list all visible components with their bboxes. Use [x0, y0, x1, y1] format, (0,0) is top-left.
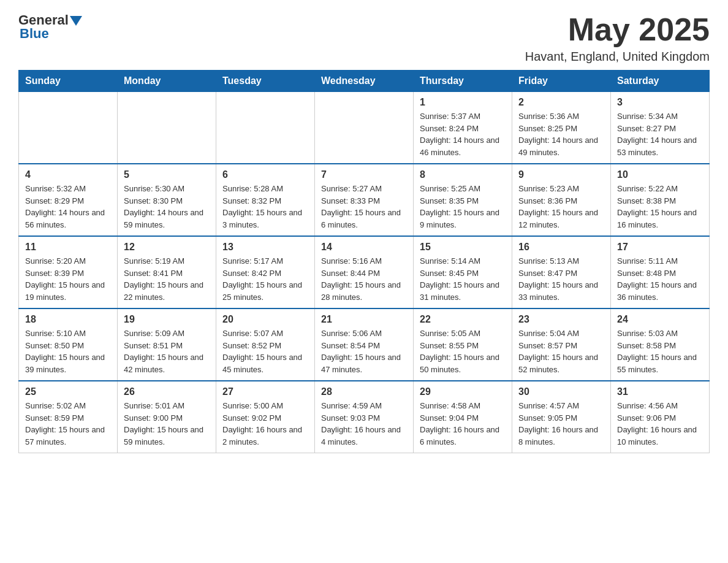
day-number: 25 [25, 386, 111, 397]
day-number: 1 [420, 97, 506, 108]
calendar-table: SundayMondayTuesdayWednesdayThursdayFrid… [18, 70, 710, 453]
day-info: Sunrise: 5:28 AMSunset: 8:32 PMDaylight:… [222, 183, 308, 231]
calendar-day-cell: 10Sunrise: 5:22 AMSunset: 8:38 PMDayligh… [611, 164, 710, 236]
day-info: Sunrise: 5:20 AMSunset: 8:39 PMDaylight:… [25, 255, 111, 303]
calendar-day-cell: 13Sunrise: 5:17 AMSunset: 8:42 PMDayligh… [216, 236, 315, 308]
calendar-day-cell: 26Sunrise: 5:01 AMSunset: 9:00 PMDayligh… [118, 381, 216, 453]
day-info: Sunrise: 5:16 AMSunset: 8:44 PMDaylight:… [321, 255, 407, 303]
day-number: 31 [617, 386, 703, 397]
calendar-day-cell: 11Sunrise: 5:20 AMSunset: 8:39 PMDayligh… [19, 236, 118, 308]
calendar-day-cell: 31Sunrise: 4:56 AMSunset: 9:06 PMDayligh… [611, 381, 710, 453]
day-info: Sunrise: 5:30 AMSunset: 8:30 PMDaylight:… [124, 183, 210, 231]
day-number: 7 [321, 169, 407, 180]
day-info: Sunrise: 5:00 AMSunset: 9:02 PMDaylight:… [222, 400, 308, 448]
day-number: 10 [617, 169, 703, 180]
calendar-day-cell: 6Sunrise: 5:28 AMSunset: 8:32 PMDaylight… [216, 164, 315, 236]
month-title: May 2025 [525, 12, 710, 47]
calendar-day-cell: 29Sunrise: 4:58 AMSunset: 9:04 PMDayligh… [414, 381, 512, 453]
calendar-day-cell: 27Sunrise: 5:00 AMSunset: 9:02 PMDayligh… [216, 381, 315, 453]
day-number: 17 [617, 242, 703, 253]
calendar-day-cell: 22Sunrise: 5:05 AMSunset: 8:55 PMDayligh… [414, 308, 512, 381]
calendar-day-cell: 9Sunrise: 5:23 AMSunset: 8:36 PMDaylight… [512, 164, 611, 236]
day-number: 16 [518, 242, 604, 253]
calendar-day-cell: 28Sunrise: 4:59 AMSunset: 9:03 PMDayligh… [315, 381, 414, 453]
day-number: 6 [222, 169, 308, 180]
day-info: Sunrise: 5:34 AMSunset: 8:27 PMDaylight:… [617, 110, 703, 158]
calendar-day-cell [216, 92, 315, 164]
day-number: 23 [518, 314, 604, 325]
logo-triangle-icon [70, 16, 82, 26]
day-number: 27 [222, 386, 308, 397]
calendar-day-cell [118, 92, 216, 164]
day-number: 2 [518, 97, 604, 108]
weekday-header-tuesday: Tuesday [216, 71, 315, 92]
weekday-header-row: SundayMondayTuesdayWednesdayThursdayFrid… [19, 71, 710, 92]
calendar-day-cell: 7Sunrise: 5:27 AMSunset: 8:33 PMDaylight… [315, 164, 414, 236]
calendar-day-cell [315, 92, 414, 164]
day-info: Sunrise: 5:07 AMSunset: 8:52 PMDaylight:… [222, 327, 308, 375]
calendar-week-row: 18Sunrise: 5:10 AMSunset: 8:50 PMDayligh… [19, 308, 710, 381]
day-info: Sunrise: 5:27 AMSunset: 8:33 PMDaylight:… [321, 183, 407, 231]
day-info: Sunrise: 5:05 AMSunset: 8:55 PMDaylight:… [420, 327, 506, 375]
day-info: Sunrise: 5:17 AMSunset: 8:42 PMDaylight:… [222, 255, 308, 303]
day-info: Sunrise: 5:04 AMSunset: 8:57 PMDaylight:… [518, 327, 604, 375]
day-number: 29 [420, 386, 506, 397]
day-info: Sunrise: 4:57 AMSunset: 9:05 PMDaylight:… [518, 400, 604, 448]
day-info: Sunrise: 5:22 AMSunset: 8:38 PMDaylight:… [617, 183, 703, 231]
day-info: Sunrise: 5:25 AMSunset: 8:35 PMDaylight:… [420, 183, 506, 231]
page-header: General Blue May 2025 Havant, England, U… [18, 12, 710, 64]
weekday-header-wednesday: Wednesday [315, 71, 414, 92]
weekday-header-saturday: Saturday [611, 71, 710, 92]
day-number: 24 [617, 314, 703, 325]
calendar-day-cell: 25Sunrise: 5:02 AMSunset: 8:59 PMDayligh… [19, 381, 118, 453]
day-number: 8 [420, 169, 506, 180]
calendar-day-cell: 5Sunrise: 5:30 AMSunset: 8:30 PMDaylight… [118, 164, 216, 236]
calendar-day-cell: 19Sunrise: 5:09 AMSunset: 8:51 PMDayligh… [118, 308, 216, 381]
day-info: Sunrise: 5:19 AMSunset: 8:41 PMDaylight:… [124, 255, 210, 303]
calendar-day-cell: 1Sunrise: 5:37 AMSunset: 8:24 PMDaylight… [414, 92, 512, 164]
calendar-day-cell: 14Sunrise: 5:16 AMSunset: 8:44 PMDayligh… [315, 236, 414, 308]
weekday-header-thursday: Thursday [414, 71, 512, 92]
day-info: Sunrise: 5:37 AMSunset: 8:24 PMDaylight:… [420, 110, 506, 158]
day-info: Sunrise: 5:01 AMSunset: 9:00 PMDaylight:… [124, 400, 210, 448]
day-number: 26 [124, 386, 210, 397]
day-number: 9 [518, 169, 604, 180]
day-number: 5 [124, 169, 210, 180]
day-number: 14 [321, 242, 407, 253]
calendar-day-cell: 23Sunrise: 5:04 AMSunset: 8:57 PMDayligh… [512, 308, 611, 381]
day-number: 13 [222, 242, 308, 253]
day-info: Sunrise: 4:56 AMSunset: 9:06 PMDaylight:… [617, 400, 703, 448]
calendar-day-cell: 3Sunrise: 5:34 AMSunset: 8:27 PMDaylight… [611, 92, 710, 164]
day-info: Sunrise: 5:03 AMSunset: 8:58 PMDaylight:… [617, 327, 703, 375]
day-number: 15 [420, 242, 506, 253]
day-number: 11 [25, 242, 111, 253]
calendar-day-cell: 15Sunrise: 5:14 AMSunset: 8:45 PMDayligh… [414, 236, 512, 308]
day-info: Sunrise: 5:11 AMSunset: 8:48 PMDaylight:… [617, 255, 703, 303]
calendar-day-cell: 12Sunrise: 5:19 AMSunset: 8:41 PMDayligh… [118, 236, 216, 308]
day-info: Sunrise: 5:32 AMSunset: 8:29 PMDaylight:… [25, 183, 111, 231]
calendar-day-cell: 4Sunrise: 5:32 AMSunset: 8:29 PMDaylight… [19, 164, 118, 236]
calendar-day-cell: 20Sunrise: 5:07 AMSunset: 8:52 PMDayligh… [216, 308, 315, 381]
day-info: Sunrise: 4:59 AMSunset: 9:03 PMDaylight:… [321, 400, 407, 448]
title-block: May 2025 Havant, England, United Kingdom [525, 12, 710, 64]
calendar-day-cell: 18Sunrise: 5:10 AMSunset: 8:50 PMDayligh… [19, 308, 118, 381]
day-number: 21 [321, 314, 407, 325]
calendar-day-cell: 2Sunrise: 5:36 AMSunset: 8:25 PMDaylight… [512, 92, 611, 164]
day-number: 12 [124, 242, 210, 253]
weekday-header-monday: Monday [118, 71, 216, 92]
day-number: 3 [617, 97, 703, 108]
calendar-day-cell [19, 92, 118, 164]
calendar-week-row: 1Sunrise: 5:37 AMSunset: 8:24 PMDaylight… [19, 92, 710, 164]
calendar-week-row: 25Sunrise: 5:02 AMSunset: 8:59 PMDayligh… [19, 381, 710, 453]
logo-blue-text: Blue [20, 26, 49, 42]
day-info: Sunrise: 5:13 AMSunset: 8:47 PMDaylight:… [518, 255, 604, 303]
weekday-header-sunday: Sunday [19, 71, 118, 92]
calendar-day-cell: 21Sunrise: 5:06 AMSunset: 8:54 PMDayligh… [315, 308, 414, 381]
calendar-day-cell: 24Sunrise: 5:03 AMSunset: 8:58 PMDayligh… [611, 308, 710, 381]
calendar-day-cell: 30Sunrise: 4:57 AMSunset: 9:05 PMDayligh… [512, 381, 611, 453]
logo: General Blue [18, 12, 82, 42]
calendar-day-cell: 8Sunrise: 5:25 AMSunset: 8:35 PMDaylight… [414, 164, 512, 236]
calendar-week-row: 4Sunrise: 5:32 AMSunset: 8:29 PMDaylight… [19, 164, 710, 236]
day-number: 19 [124, 314, 210, 325]
day-info: Sunrise: 5:36 AMSunset: 8:25 PMDaylight:… [518, 110, 604, 158]
